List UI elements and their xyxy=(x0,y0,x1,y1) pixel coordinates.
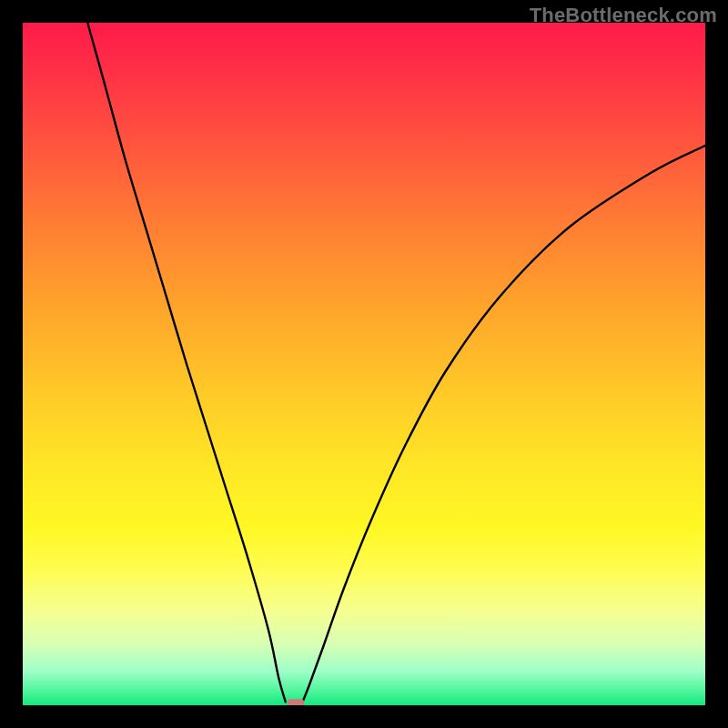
chart-frame: TheBottleneck.com xyxy=(0,0,728,728)
plot-area xyxy=(23,23,705,705)
minimum-marker xyxy=(288,699,304,705)
bottleneck-curve xyxy=(87,23,705,702)
curve-svg xyxy=(23,23,705,705)
